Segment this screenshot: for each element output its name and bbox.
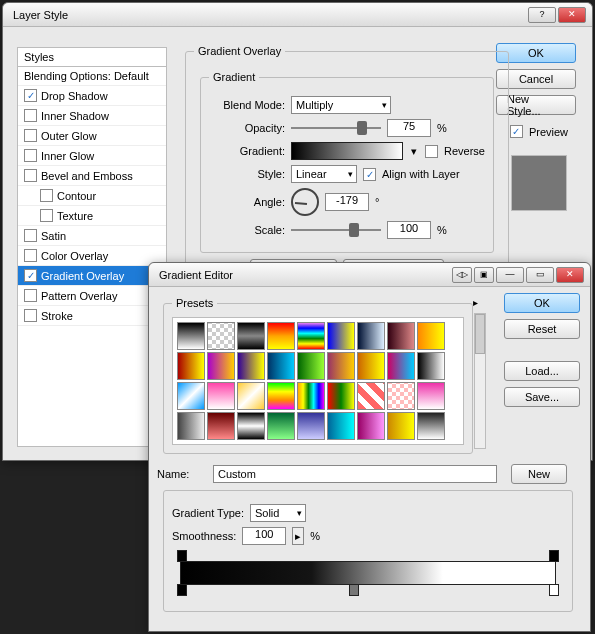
style-checkbox[interactable] (24, 129, 37, 142)
style-checkbox[interactable] (24, 149, 37, 162)
style-item-drop-shadow[interactable]: Drop Shadow (18, 86, 166, 106)
style-item-satin[interactable]: Satin (18, 226, 166, 246)
layer-style-titlebar[interactable]: Layer Style (3, 3, 592, 27)
preset-swatch[interactable] (357, 322, 385, 350)
style-item-inner-glow[interactable]: Inner Glow (18, 146, 166, 166)
color-stop-start[interactable] (177, 584, 187, 596)
preset-swatch[interactable] (417, 382, 445, 410)
style-item-color-overlay[interactable]: Color Overlay (18, 246, 166, 266)
close-button[interactable] (556, 267, 584, 283)
style-checkbox[interactable] (24, 309, 37, 322)
preset-swatch[interactable] (417, 412, 445, 440)
preset-swatch[interactable] (327, 412, 355, 440)
preset-swatch[interactable] (177, 382, 205, 410)
preset-swatch[interactable] (207, 322, 235, 350)
preset-swatch[interactable] (357, 412, 385, 440)
scale-slider[interactable] (291, 223, 381, 237)
style-checkbox[interactable] (40, 189, 53, 202)
preview-checkbox[interactable] (510, 125, 523, 138)
chevron-down-icon[interactable]: ▾ (409, 145, 419, 158)
preset-swatch[interactable] (357, 352, 385, 380)
style-item-stroke[interactable]: Stroke (18, 306, 166, 326)
name-input[interactable] (213, 465, 497, 483)
preset-swatch[interactable] (267, 412, 295, 440)
preset-swatch[interactable] (297, 382, 325, 410)
preset-swatch[interactable] (387, 382, 415, 410)
style-checkbox[interactable] (40, 209, 53, 222)
editor-save-button[interactable]: Save... (504, 387, 580, 407)
preset-swatch[interactable] (417, 322, 445, 350)
preset-swatch[interactable] (267, 352, 295, 380)
opacity-slider[interactable] (291, 121, 381, 135)
style-item-contour[interactable]: Contour (18, 186, 166, 206)
preset-swatch[interactable] (297, 352, 325, 380)
pin-icon[interactable]: ▣ (474, 267, 494, 283)
style-checkbox[interactable] (24, 249, 37, 262)
smoothness-input[interactable]: 100 (242, 527, 286, 545)
angle-input[interactable]: -179 (325, 193, 369, 211)
preset-swatch[interactable] (297, 322, 325, 350)
preset-swatch[interactable] (327, 352, 355, 380)
preset-swatch[interactable] (357, 382, 385, 410)
style-checkbox[interactable] (24, 229, 37, 242)
preset-swatch[interactable] (237, 412, 265, 440)
scale-input[interactable]: 100 (387, 221, 431, 239)
style-checkbox[interactable] (24, 289, 37, 302)
preset-swatch[interactable] (417, 352, 445, 380)
preset-swatch[interactable] (387, 352, 415, 380)
color-stop-end[interactable] (549, 584, 559, 596)
preset-swatch[interactable] (207, 382, 235, 410)
angle-wheel[interactable] (291, 188, 319, 216)
preset-swatch[interactable] (297, 412, 325, 440)
opacity-stop-start[interactable] (177, 550, 187, 562)
presets-menu-icon[interactable]: ▸ (473, 297, 478, 308)
maximize-button[interactable] (526, 267, 554, 283)
presets-scrollbar[interactable] (474, 313, 486, 449)
help-button[interactable] (528, 7, 556, 23)
editor-reset-button[interactable]: Reset (504, 319, 580, 339)
opacity-input[interactable]: 75 (387, 119, 431, 137)
style-dropdown[interactable]: Linear (291, 165, 357, 183)
preset-swatch[interactable] (387, 412, 415, 440)
preset-swatch[interactable] (267, 382, 295, 410)
preset-swatch[interactable] (207, 352, 235, 380)
style-checkbox[interactable] (24, 169, 37, 182)
collapse-left-icon[interactable]: ◁▷ (452, 267, 472, 283)
preset-swatch[interactable] (387, 322, 415, 350)
preset-swatch[interactable] (327, 382, 355, 410)
preset-swatch[interactable] (207, 412, 235, 440)
style-item-inner-shadow[interactable]: Inner Shadow (18, 106, 166, 126)
style-checkbox[interactable] (24, 109, 37, 122)
style-item-gradient-overlay[interactable]: Gradient Overlay (18, 266, 166, 286)
close-button[interactable] (558, 7, 586, 23)
blending-options-row[interactable]: Blending Options: Default (18, 67, 166, 86)
style-item-texture[interactable]: Texture (18, 206, 166, 226)
preset-swatch[interactable] (237, 352, 265, 380)
style-item-bevel-and-emboss[interactable]: Bevel and Emboss (18, 166, 166, 186)
minimize-button[interactable] (496, 267, 524, 283)
color-stop-mid[interactable] (349, 584, 359, 596)
editor-ok-button[interactable]: OK (504, 293, 580, 313)
align-checkbox[interactable] (363, 168, 376, 181)
smoothness-stepper-icon[interactable]: ▸ (292, 527, 304, 545)
preset-swatch[interactable] (177, 352, 205, 380)
reverse-checkbox[interactable] (425, 145, 438, 158)
gradient-type-dropdown[interactable]: Solid (250, 504, 306, 522)
preset-swatch[interactable] (237, 322, 265, 350)
opacity-stop-end[interactable] (549, 550, 559, 562)
editor-load-button[interactable]: Load... (504, 361, 580, 381)
style-checkbox[interactable] (24, 89, 37, 102)
preset-swatch[interactable] (177, 322, 205, 350)
preset-swatch[interactable] (177, 412, 205, 440)
blend-mode-dropdown[interactable]: Multiply (291, 96, 391, 114)
styles-header[interactable]: Styles (18, 48, 166, 67)
preset-swatch[interactable] (267, 322, 295, 350)
new-button[interactable]: New (511, 464, 567, 484)
preset-swatch[interactable] (237, 382, 265, 410)
preset-swatch[interactable] (327, 322, 355, 350)
style-item-outer-glow[interactable]: Outer Glow (18, 126, 166, 146)
style-checkbox[interactable] (24, 269, 37, 282)
gradient-preview-dropdown[interactable] (291, 142, 403, 160)
gradient-ramp[interactable] (180, 561, 556, 585)
style-item-pattern-overlay[interactable]: Pattern Overlay (18, 286, 166, 306)
